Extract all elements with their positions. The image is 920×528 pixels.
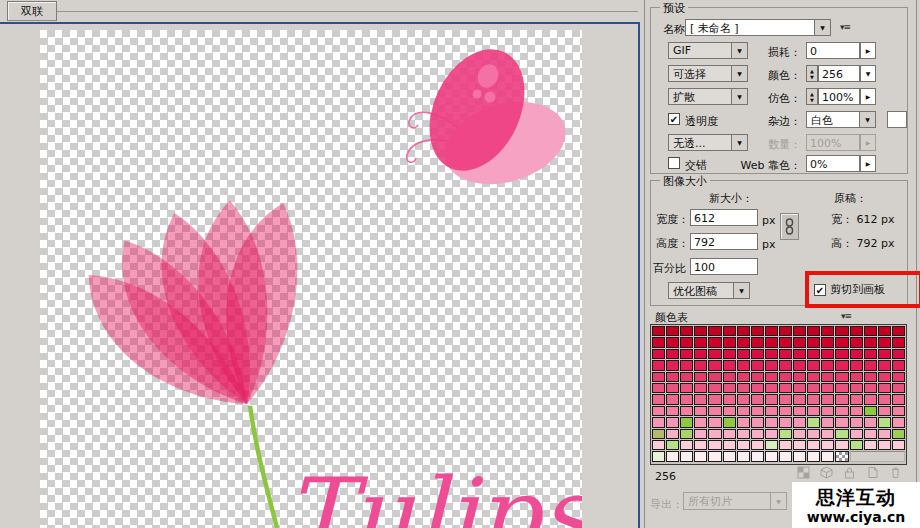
color-swatch[interactable] (723, 406, 736, 416)
color-swatch[interactable] (694, 326, 707, 336)
height-field[interactable]: 792 (690, 233, 758, 250)
color-swatch[interactable] (666, 360, 679, 370)
color-swatch[interactable] (835, 440, 848, 450)
color-swatch[interactable] (793, 406, 806, 416)
color-swatch[interactable] (723, 349, 736, 359)
color-swatch[interactable] (666, 451, 679, 461)
color-swatch[interactable] (821, 406, 834, 416)
color-swatch[interactable] (807, 440, 820, 450)
color-swatch[interactable] (680, 440, 693, 450)
color-swatch[interactable] (765, 360, 778, 370)
transparency-dither-dropdown[interactable]: 无透... ▼ (668, 134, 748, 151)
color-swatch[interactable] (666, 326, 679, 336)
color-swatch[interactable] (850, 372, 863, 382)
color-swatch[interactable] (807, 429, 820, 439)
color-swatch[interactable] (835, 326, 848, 336)
palette-dropdown[interactable]: 可选择 ▼ (668, 65, 748, 82)
color-swatch[interactable] (779, 394, 792, 404)
color-swatch[interactable] (807, 451, 820, 461)
color-swatch[interactable] (779, 372, 792, 382)
color-swatch[interactable] (680, 326, 693, 336)
websnap-field[interactable]: 0% (806, 155, 860, 172)
color-swatch[interactable] (793, 394, 806, 404)
color-swatch[interactable] (793, 326, 806, 336)
color-swatch[interactable] (708, 337, 721, 347)
color-swatch[interactable] (708, 417, 721, 427)
websnap-slider-button[interactable]: ▶ (860, 155, 876, 172)
color-swatch[interactable] (850, 383, 863, 393)
color-swatch[interactable] (666, 394, 679, 404)
color-swatch[interactable] (821, 394, 834, 404)
color-swatch[interactable] (807, 360, 820, 370)
tab-2up[interactable]: 双联 (7, 1, 57, 21)
color-swatch[interactable] (652, 440, 665, 450)
color-swatch[interactable] (708, 451, 721, 461)
color-swatch[interactable] (835, 372, 848, 382)
color-swatch[interactable] (878, 417, 891, 427)
color-swatch[interactable] (793, 451, 806, 461)
artboard-canvas[interactable]: Tulips (40, 30, 582, 528)
color-swatch[interactable] (680, 337, 693, 347)
lossy-slider-button[interactable]: ▶ (860, 42, 876, 59)
color-swatch[interactable] (737, 349, 750, 359)
color-swatch[interactable] (892, 394, 905, 404)
color-swatch[interactable] (694, 360, 707, 370)
color-swatch[interactable] (652, 394, 665, 404)
color-swatch[interactable] (723, 360, 736, 370)
color-swatch[interactable] (807, 349, 820, 359)
color-swatch[interactable] (821, 337, 834, 347)
color-swatch[interactable] (708, 383, 721, 393)
colors-dropdown-button[interactable]: ▼ (860, 65, 876, 82)
color-swatch[interactable] (779, 451, 792, 461)
color-swatch[interactable] (793, 337, 806, 347)
color-swatch[interactable] (680, 394, 693, 404)
color-swatch[interactable] (793, 440, 806, 450)
color-swatch[interactable] (680, 406, 693, 416)
color-swatch[interactable] (694, 349, 707, 359)
color-swatch[interactable] (708, 372, 721, 382)
dither-slider-button[interactable]: ▶ (860, 88, 876, 105)
color-swatch[interactable] (878, 406, 891, 416)
color-swatch[interactable] (751, 372, 764, 382)
color-swatch[interactable] (779, 360, 792, 370)
color-swatch[interactable] (751, 429, 764, 439)
color-swatch[interactable] (680, 360, 693, 370)
color-swatch[interactable] (765, 349, 778, 359)
color-swatch[interactable] (694, 429, 707, 439)
chevron-down-icon[interactable]: ▼ (731, 43, 747, 58)
color-swatch[interactable] (807, 394, 820, 404)
color-swatch[interactable] (737, 337, 750, 347)
color-swatch[interactable] (807, 383, 820, 393)
color-swatch[interactable] (835, 394, 848, 404)
color-swatch[interactable] (652, 326, 665, 336)
color-swatch[interactable] (835, 337, 848, 347)
color-swatch[interactable] (765, 394, 778, 404)
chevron-down-icon[interactable]: ▼ (731, 89, 747, 104)
transparency-checkbox[interactable]: ✔ (668, 113, 680, 125)
color-swatch[interactable] (737, 417, 750, 427)
color-swatch[interactable] (779, 383, 792, 393)
color-swatch[interactable] (878, 394, 891, 404)
width-field[interactable]: 612 (690, 209, 758, 226)
color-swatch[interactable] (723, 417, 736, 427)
color-swatch[interactable] (723, 440, 736, 450)
color-swatch[interactable] (737, 429, 750, 439)
color-swatch[interactable] (751, 417, 764, 427)
color-swatch[interactable] (850, 429, 863, 439)
color-swatch[interactable] (680, 451, 693, 461)
color-swatch[interactable] (850, 406, 863, 416)
color-swatch[interactable] (666, 349, 679, 359)
color-swatch[interactable] (737, 406, 750, 416)
color-swatch[interactable] (737, 383, 750, 393)
color-swatch[interactable] (751, 440, 764, 450)
preset-name-dropdown[interactable]: [ 未命名 ] ▼ (685, 19, 831, 36)
color-swatch[interactable] (821, 383, 834, 393)
color-swatch[interactable] (850, 337, 863, 347)
color-swatch[interactable] (878, 372, 891, 382)
color-swatch[interactable] (765, 337, 778, 347)
color-swatch[interactable] (793, 372, 806, 382)
color-swatch[interactable] (765, 372, 778, 382)
color-swatch[interactable] (807, 372, 820, 382)
color-swatch[interactable] (708, 440, 721, 450)
color-swatch[interactable] (864, 417, 877, 427)
